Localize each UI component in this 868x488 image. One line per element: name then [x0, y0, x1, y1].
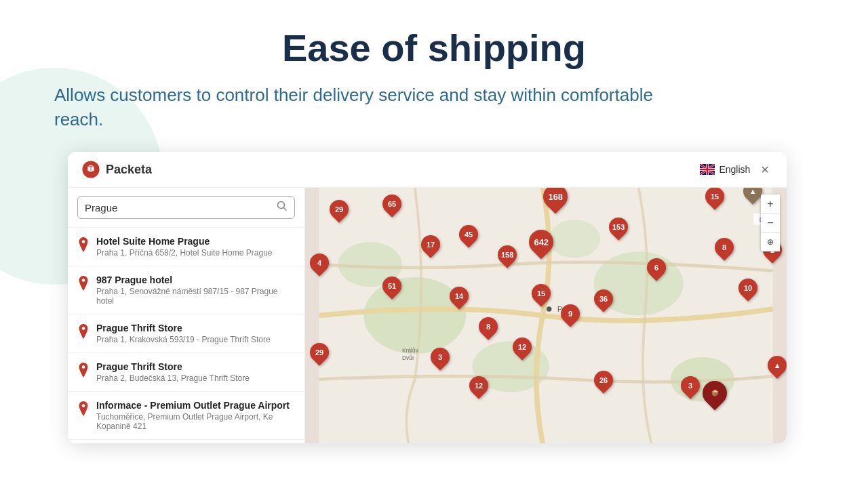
flag-icon [700, 164, 715, 175]
result-item[interactable]: Prague Thrift Store Praha 2, Budečská 13… [68, 353, 304, 392]
map-marker[interactable]: 168 [543, 188, 568, 208]
map-panel[interactable]: D11 Praha Králův Dvůr 29 65 [305, 188, 787, 443]
map-marker[interactable]: 6 [647, 258, 666, 277]
pin-icon [77, 237, 90, 252]
svg-text:Králův: Králův [402, 348, 419, 354]
result-item[interactable]: Informace - Premium Outlet Prague Airpor… [68, 392, 304, 440]
search-button[interactable] [277, 201, 288, 214]
result-item[interactable]: 987 Prague hotel Praha 1, Senovážné námě… [68, 266, 304, 314]
svg-point-19 [547, 307, 552, 312]
search-input[interactable] [85, 202, 277, 214]
search-input-wrapper [77, 196, 295, 219]
map-marker[interactable]: 4 [310, 253, 329, 272]
packeta-map-marker[interactable]: 📦 [703, 381, 727, 405]
svg-point-3 [82, 241, 85, 244]
language-label: English [719, 164, 750, 175]
map-marker[interactable]: 12 [513, 338, 532, 357]
zoom-in-button[interactable]: + [761, 195, 780, 214]
search-panel: Hotel Suite Home Prague Praha 1, Příčná … [68, 188, 305, 443]
result-item[interactable]: Prague Thrift Store Praha 1, Krakovská 5… [68, 314, 304, 353]
map-marker[interactable]: 45 [459, 225, 478, 244]
map-marker[interactable]: 36 [594, 289, 613, 308]
map-marker[interactable]: 8 [715, 238, 734, 257]
map-marker[interactable]: 9 [561, 304, 580, 323]
map-marker[interactable]: 642 [529, 230, 553, 254]
language-selector[interactable]: English [700, 164, 750, 175]
packeta-icon [81, 160, 100, 179]
map-marker[interactable]: 3 [681, 376, 700, 395]
shipping-widget: Packeta English × [68, 152, 787, 443]
map-marker[interactable]: 153 [609, 218, 628, 237]
widget-header: Packeta English × [68, 152, 787, 188]
svg-text:Dvůr: Dvůr [402, 355, 414, 362]
header-right: English × [700, 161, 773, 178]
map-marker[interactable]: 51 [382, 277, 401, 296]
result-text: Prague Thrift Store Praha 2, Budečská 13… [96, 361, 250, 383]
map-marker[interactable]: ▲ [768, 356, 787, 375]
result-text: 987 Prague hotel Praha 1, Senovážné námě… [96, 274, 295, 306]
page-subtitle: Allows customers to control their delive… [54, 83, 665, 132]
widget-body: Hotel Suite Home Prague Praha 1, Příčná … [68, 188, 787, 443]
svg-point-16 [549, 220, 600, 259]
map-marker[interactable]: 10 [738, 279, 757, 298]
map-marker[interactable]: 15 [705, 188, 724, 205]
map-marker[interactable]: 15 [532, 284, 551, 303]
svg-point-4 [82, 279, 85, 283]
map-marker[interactable]: 8 [479, 317, 498, 336]
map-marker[interactable]: ▲ [743, 188, 762, 201]
pin-icon [77, 276, 90, 291]
result-item[interactable]: Prague Czechia [68, 440, 304, 443]
map-marker[interactable]: 17 [421, 235, 440, 254]
results-list: Hotel Suite Home Prague Praha 1, Příčná … [68, 228, 304, 443]
map-marker[interactable]: 29 [310, 343, 329, 362]
map-marker[interactable]: 12 [469, 376, 488, 395]
result-text: Prague Thrift Store Praha 1, Krakovská 5… [96, 323, 271, 344]
packeta-logo: Packeta [81, 160, 152, 179]
search-box [68, 188, 304, 228]
result-item[interactable]: Hotel Suite Home Prague Praha 1, Příčná … [68, 228, 304, 266]
page-title: Ease of shipping [54, 27, 814, 69]
map-marker[interactable]: 65 [382, 195, 401, 214]
svg-point-5 [82, 327, 85, 331]
map-marker[interactable]: 3 [431, 348, 450, 367]
result-text: Hotel Suite Home Prague Praha 1, Příčná … [96, 236, 272, 258]
svg-point-6 [82, 366, 85, 369]
map-marker[interactable]: 29 [330, 200, 349, 219]
map-marker[interactable]: 26 [594, 371, 613, 390]
zoom-controls: + − ⊕ [761, 195, 780, 251]
zoom-out-button[interactable]: − [761, 214, 780, 232]
pin-icon [77, 363, 90, 378]
map-marker[interactable]: 14 [450, 287, 469, 306]
result-text: Informace - Premium Outlet Prague Airpor… [96, 400, 295, 431]
close-button[interactable]: × [757, 161, 773, 178]
map-marker[interactable]: 158 [498, 245, 517, 264]
pin-icon [77, 324, 90, 339]
search-icon [277, 201, 288, 211]
pin-icon [77, 401, 90, 416]
compass-button[interactable]: ⊕ [761, 232, 780, 251]
packeta-brand-name: Packeta [106, 163, 152, 177]
svg-point-7 [82, 405, 85, 408]
